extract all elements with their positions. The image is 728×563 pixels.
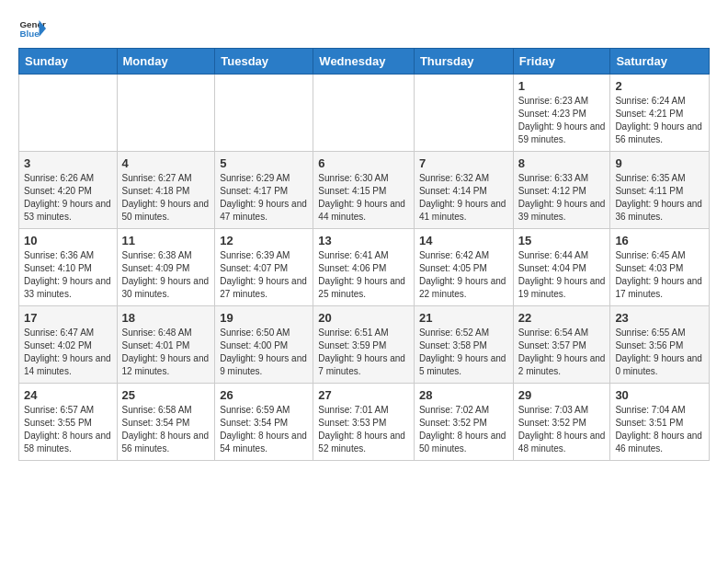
day-number: 7 (419, 156, 508, 170)
day-detail: Sunrise: 6:57 AM Sunset: 3:55 PM Dayligh… (24, 404, 112, 455)
day-detail: Sunrise: 6:35 AM Sunset: 4:11 PM Dayligh… (615, 172, 704, 224)
day-detail: Sunrise: 6:24 AM Sunset: 4:21 PM Dayligh… (615, 95, 704, 146)
day-number: 5 (220, 156, 308, 170)
calendar-cell: 8Sunrise: 6:33 AM Sunset: 4:12 PM Daylig… (513, 152, 610, 229)
calendar-cell (19, 75, 118, 152)
day-detail: Sunrise: 6:54 AM Sunset: 3:57 PM Dayligh… (518, 327, 606, 378)
calendar-cell: 12Sunrise: 6:39 AM Sunset: 4:07 PM Dayli… (215, 229, 313, 306)
day-number: 23 (615, 311, 704, 325)
day-number: 12 (220, 234, 308, 247)
weekday-header-sunday: Sunday (19, 49, 118, 75)
day-detail: Sunrise: 6:23 AM Sunset: 4:23 PM Dayligh… (518, 95, 606, 146)
day-detail: Sunrise: 6:39 AM Sunset: 4:07 PM Dayligh… (220, 249, 308, 301)
day-number: 24 (24, 388, 112, 402)
day-number: 6 (318, 156, 409, 170)
calendar-cell: 29Sunrise: 7:03 AM Sunset: 3:52 PM Dayli… (513, 384, 610, 461)
logo: General Blue (18, 15, 46, 42)
calendar-cell: 17Sunrise: 6:47 AM Sunset: 4:02 PM Dayli… (19, 306, 118, 384)
day-number: 17 (24, 311, 112, 325)
calendar-cell: 30Sunrise: 7:04 AM Sunset: 3:51 PM Dayli… (610, 384, 710, 461)
day-number: 15 (518, 234, 606, 247)
calendar-cell (313, 75, 415, 152)
calendar-cell: 25Sunrise: 6:58 AM Sunset: 3:54 PM Dayli… (117, 384, 215, 461)
calendar-cell: 21Sunrise: 6:52 AM Sunset: 3:58 PM Dayli… (414, 306, 513, 384)
day-detail: Sunrise: 6:29 AM Sunset: 4:17 PM Dayligh… (220, 172, 308, 224)
calendar-cell: 5Sunrise: 6:29 AM Sunset: 4:17 PM Daylig… (215, 152, 313, 229)
day-number: 19 (220, 311, 308, 325)
day-detail: Sunrise: 7:04 AM Sunset: 3:51 PM Dayligh… (615, 404, 704, 455)
day-number: 29 (518, 388, 606, 402)
calendar-cell: 27Sunrise: 7:01 AM Sunset: 3:53 PM Dayli… (313, 384, 415, 461)
day-number: 3 (24, 156, 112, 170)
weekday-header-monday: Monday (117, 49, 215, 75)
calendar-cell: 2Sunrise: 6:24 AM Sunset: 4:21 PM Daylig… (610, 75, 710, 152)
calendar-cell: 19Sunrise: 6:50 AM Sunset: 4:00 PM Dayli… (215, 306, 313, 384)
calendar-cell: 13Sunrise: 6:41 AM Sunset: 4:06 PM Dayli… (313, 229, 415, 306)
day-number: 30 (615, 388, 704, 402)
day-number: 1 (518, 79, 606, 93)
day-number: 4 (122, 156, 210, 170)
day-number: 21 (419, 311, 508, 325)
weekday-header-thursday: Thursday (414, 49, 513, 75)
calendar-cell: 3Sunrise: 6:26 AM Sunset: 4:20 PM Daylig… (19, 152, 118, 229)
calendar-cell (215, 75, 313, 152)
day-detail: Sunrise: 6:58 AM Sunset: 3:54 PM Dayligh… (122, 404, 210, 455)
day-detail: Sunrise: 6:42 AM Sunset: 4:05 PM Dayligh… (419, 249, 508, 301)
day-detail: Sunrise: 6:30 AM Sunset: 4:15 PM Dayligh… (318, 172, 409, 224)
weekday-header-tuesday: Tuesday (215, 49, 313, 75)
day-detail: Sunrise: 7:02 AM Sunset: 3:52 PM Dayligh… (419, 404, 508, 455)
day-detail: Sunrise: 6:36 AM Sunset: 4:10 PM Dayligh… (24, 249, 112, 301)
day-detail: Sunrise: 6:59 AM Sunset: 3:54 PM Dayligh… (220, 404, 308, 455)
calendar-cell: 18Sunrise: 6:48 AM Sunset: 4:01 PM Dayli… (117, 306, 215, 384)
day-detail: Sunrise: 6:38 AM Sunset: 4:09 PM Dayligh… (122, 249, 210, 301)
calendar-cell: 14Sunrise: 6:42 AM Sunset: 4:05 PM Dayli… (414, 229, 513, 306)
day-number: 18 (122, 311, 210, 325)
calendar-cell: 26Sunrise: 6:59 AM Sunset: 3:54 PM Dayli… (215, 384, 313, 461)
calendar-cell (414, 75, 513, 152)
day-detail: Sunrise: 6:26 AM Sunset: 4:20 PM Dayligh… (24, 172, 112, 224)
day-detail: Sunrise: 6:48 AM Sunset: 4:01 PM Dayligh… (122, 327, 210, 378)
day-detail: Sunrise: 6:41 AM Sunset: 4:06 PM Dayligh… (318, 249, 409, 301)
calendar-cell: 1Sunrise: 6:23 AM Sunset: 4:23 PM Daylig… (513, 75, 610, 152)
calendar-cell: 4Sunrise: 6:27 AM Sunset: 4:18 PM Daylig… (117, 152, 215, 229)
calendar-cell: 24Sunrise: 6:57 AM Sunset: 3:55 PM Dayli… (19, 384, 118, 461)
day-number: 27 (318, 388, 409, 402)
day-number: 10 (24, 234, 112, 247)
calendar-cell: 7Sunrise: 6:32 AM Sunset: 4:14 PM Daylig… (414, 152, 513, 229)
calendar-cell: 9Sunrise: 6:35 AM Sunset: 4:11 PM Daylig… (610, 152, 710, 229)
day-number: 11 (122, 234, 210, 247)
day-detail: Sunrise: 7:03 AM Sunset: 3:52 PM Dayligh… (518, 404, 606, 455)
day-detail: Sunrise: 6:45 AM Sunset: 4:03 PM Dayligh… (615, 249, 704, 301)
calendar-cell: 15Sunrise: 6:44 AM Sunset: 4:04 PM Dayli… (513, 229, 610, 306)
calendar-cell: 6Sunrise: 6:30 AM Sunset: 4:15 PM Daylig… (313, 152, 415, 229)
day-number: 14 (419, 234, 508, 247)
calendar-cell (117, 75, 215, 152)
calendar-table: SundayMondayTuesdayWednesdayThursdayFrid… (18, 48, 710, 461)
weekday-header-saturday: Saturday (610, 49, 710, 75)
day-number: 22 (518, 311, 606, 325)
day-detail: Sunrise: 6:52 AM Sunset: 3:58 PM Dayligh… (419, 327, 508, 378)
weekday-header-friday: Friday (513, 49, 610, 75)
calendar-cell: 22Sunrise: 6:54 AM Sunset: 3:57 PM Dayli… (513, 306, 610, 384)
day-number: 13 (318, 234, 409, 247)
calendar-cell: 20Sunrise: 6:51 AM Sunset: 3:59 PM Dayli… (313, 306, 415, 384)
svg-text:Blue: Blue (20, 29, 40, 39)
calendar-cell: 11Sunrise: 6:38 AM Sunset: 4:09 PM Dayli… (117, 229, 215, 306)
weekday-header-wednesday: Wednesday (313, 49, 415, 75)
calendar-cell: 10Sunrise: 6:36 AM Sunset: 4:10 PM Dayli… (19, 229, 118, 306)
day-detail: Sunrise: 6:27 AM Sunset: 4:18 PM Dayligh… (122, 172, 210, 224)
day-number: 26 (220, 388, 308, 402)
day-detail: Sunrise: 6:47 AM Sunset: 4:02 PM Dayligh… (24, 327, 112, 378)
day-number: 20 (318, 311, 409, 325)
logo-icon: General Blue (18, 15, 46, 42)
day-number: 25 (122, 388, 210, 402)
day-detail: Sunrise: 6:50 AM Sunset: 4:00 PM Dayligh… (220, 327, 308, 378)
calendar-cell: 16Sunrise: 6:45 AM Sunset: 4:03 PM Dayli… (610, 229, 710, 306)
day-number: 16 (615, 234, 704, 247)
day-detail: Sunrise: 6:44 AM Sunset: 4:04 PM Dayligh… (518, 249, 606, 301)
day-detail: Sunrise: 6:55 AM Sunset: 3:56 PM Dayligh… (615, 327, 704, 378)
day-detail: Sunrise: 7:01 AM Sunset: 3:53 PM Dayligh… (318, 404, 409, 455)
day-detail: Sunrise: 6:32 AM Sunset: 4:14 PM Dayligh… (419, 172, 508, 224)
calendar-cell: 23Sunrise: 6:55 AM Sunset: 3:56 PM Dayli… (610, 306, 710, 384)
day-number: 2 (615, 79, 704, 93)
